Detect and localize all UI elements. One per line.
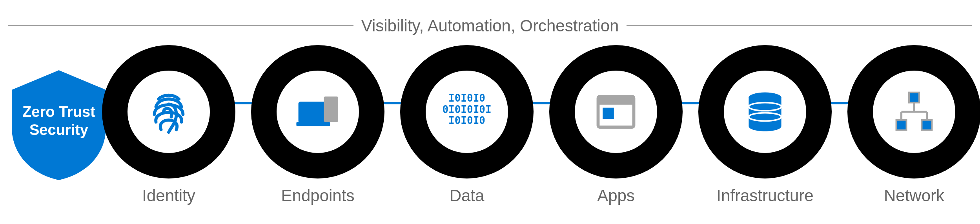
window-icon <box>590 86 641 137</box>
pillar-ring <box>698 45 832 178</box>
pillar-data: I0I0I0 0I0I0I0I I0I0I0 Data <box>392 45 541 205</box>
svg-rect-18 <box>922 120 932 130</box>
divider-right <box>627 25 972 26</box>
pillar-inner <box>277 71 359 153</box>
shield-line1: Zero Trust <box>22 103 95 121</box>
svg-rect-8 <box>603 108 614 119</box>
pillar-identity: Identity <box>94 45 243 205</box>
svg-rect-2 <box>324 97 338 122</box>
diagram-chain: Zero Trust Security <box>8 45 972 205</box>
binary-icon: I0I0I0 0I0I0I0I I0I0I0 <box>441 86 492 137</box>
pillar-apps: Apps <box>541 45 690 205</box>
pillar-infrastructure: Infrastructure <box>690 45 840 205</box>
pillar-label: Endpoints <box>281 186 355 205</box>
network-icon <box>889 86 940 137</box>
svg-rect-7 <box>598 97 634 105</box>
pillar-label: Data <box>450 186 485 205</box>
svg-rect-1 <box>296 122 330 126</box>
pillar-inner <box>575 71 657 153</box>
pillar-inner: I0I0I0 0I0I0I0I I0I0I0 <box>426 71 508 153</box>
pillar-label: Infrastructure <box>716 186 813 205</box>
shield-text: Zero Trust Security <box>22 103 95 139</box>
svg-text:I0I0I0: I0I0I0 <box>448 92 485 104</box>
pillars-row: Identity Endpoints I0I0I0 0I <box>94 45 980 205</box>
svg-rect-16 <box>909 93 919 103</box>
header-title: Visibility, Automation, Orchestration <box>353 16 627 35</box>
svg-text:I0I0I0: I0I0I0 <box>448 115 485 126</box>
divider-left <box>8 25 353 26</box>
header-divider: Visibility, Automation, Orchestration <box>8 16 972 35</box>
pillar-label: Identity <box>142 186 195 205</box>
fingerprint-icon <box>143 86 194 137</box>
database-icon <box>740 86 791 137</box>
pillar-endpoints: Endpoints <box>243 45 392 205</box>
svg-text:0I0I0I0I: 0I0I0I0I <box>442 104 491 115</box>
pillar-ring <box>549 45 683 178</box>
svg-rect-0 <box>299 102 328 123</box>
shield-line2: Security <box>22 121 95 139</box>
pillar-ring: I0I0I0 0I0I0I0I I0I0I0 <box>400 45 534 178</box>
pillar-label: Network <box>884 186 944 205</box>
pillar-inner <box>873 71 955 153</box>
pillar-ring <box>102 45 235 178</box>
pillar-network: Network <box>840 45 980 205</box>
pillar-ring <box>251 45 384 178</box>
pillar-ring <box>847 45 980 178</box>
devices-icon <box>292 86 343 137</box>
svg-rect-17 <box>896 120 907 130</box>
pillar-label: Apps <box>597 186 635 205</box>
pillar-inner <box>724 71 806 153</box>
pillar-inner <box>128 71 210 153</box>
